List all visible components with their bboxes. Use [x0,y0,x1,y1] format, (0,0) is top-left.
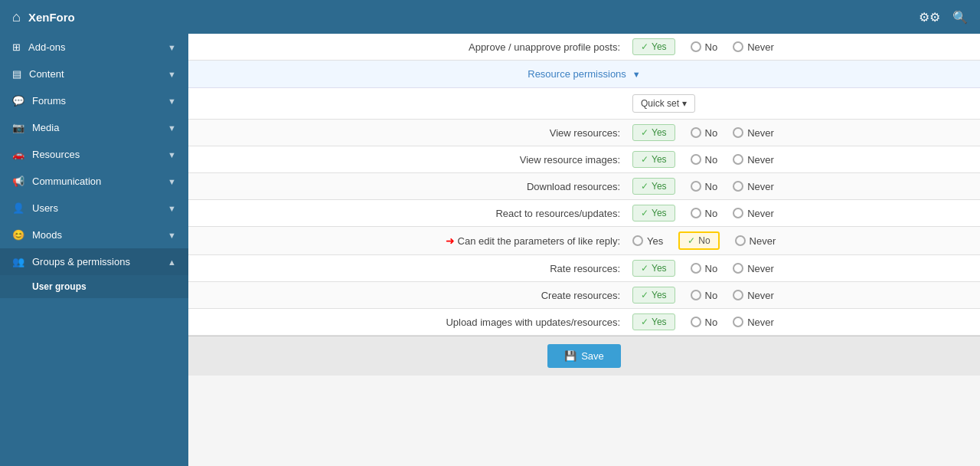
chevron-forums-icon: ▼ [168,97,176,106]
table-row-react-resources: React to resources/updates: ✓ Yes No Nev… [188,200,980,227]
sidebar-sub-groups: User groups [0,275,188,298]
save-label: Save [581,350,604,362]
upload-images-yes-btn[interactable]: ✓ Yes [632,313,675,330]
sidebar-item-communication[interactable]: 📢 Communication ▼ [0,168,188,195]
download-resources-yes-btn[interactable]: ✓ Yes [632,178,675,195]
sidebar-label-moods: Moods [32,229,62,241]
table-row-rate-resources: Rate resources: ✓ Yes No Never [188,255,980,282]
view-resource-images-label: View resource images: [188,146,632,173]
edit-like-reply-label: Can edit the parameters of like reply: [458,235,620,247]
approve-no-radio[interactable]: No [691,41,718,53]
chevron-communication-icon: ▼ [168,177,176,186]
view-resources-never-radio[interactable]: Never [733,127,774,139]
sidebar-item-users[interactable]: 👤 Users ▼ [0,195,188,222]
forums-icon: 💬 [12,95,24,107]
table-row-edit-like-reply: ➜ Can edit the parameters of like reply:… [188,227,980,255]
moods-icon: 😊 [12,229,24,241]
rate-resources-label: Rate resources: [188,255,632,282]
quick-set-dropdown-icon: ▾ [682,98,687,109]
table-row-view-resources: View resources: ✓ Yes No Never [188,120,980,146]
react-resources-no-radio[interactable]: No [691,208,718,219]
create-resources-label: Create resources: [188,282,632,309]
save-row: 💾 Save [188,336,980,376]
sidebar-item-media[interactable]: 📷 Media ▼ [0,114,188,141]
sidebar-label-media: Media [32,122,59,133]
resource-permissions-header[interactable]: Resource permissions ▼ [188,61,980,88]
sidebar-label-forums: Forums [32,95,66,107]
settings-icon[interactable]: ⚙⚙ [919,10,940,25]
download-resources-no-radio[interactable]: No [691,181,718,192]
react-resources-never-radio[interactable]: Never [733,208,774,219]
table-row-approve: Approve / unapprove profile posts: ✓ Yes… [188,34,980,61]
sidebar-item-forums[interactable]: 💬 Forums ▼ [0,87,188,114]
collapse-icon: ▼ [632,70,641,79]
sidebar-item-resources[interactable]: 🚗 Resources ▼ [0,141,188,168]
chevron-users-icon: ▼ [168,204,176,213]
sidebar-item-groups-permissions[interactable]: 👥 Groups & permissions ▲ [0,248,188,275]
view-resource-images-no-radio[interactable]: No [691,154,718,166]
view-resource-images-never-radio[interactable]: Never [733,154,774,166]
sidebar: ⊞ Add-ons ▼ ▤ Content ▼ 💬 Forums ▼ 📷 [0,34,188,466]
view-resources-label: View resources: [188,120,632,146]
home-icon[interactable]: ⌂ [12,9,21,25]
create-resources-no-radio[interactable]: No [691,290,718,301]
chevron-add-ons-icon: ▼ [168,43,176,52]
resource-permissions-label: Resource permissions [528,68,626,80]
resources-icon: 🚗 [12,149,24,160]
users-icon: 👤 [12,202,24,214]
search-icon[interactable]: 🔍 [952,10,968,25]
chevron-moods-icon: ▼ [168,231,176,240]
table-row-view-resource-images: View resource images: ✓ Yes No Never [188,146,980,173]
chevron-resources-icon: ▼ [168,150,176,159]
layout: ⊞ Add-ons ▼ ▤ Content ▼ 💬 Forums ▼ 📷 [0,34,980,466]
topbar: ⌂ XenForo ⚙⚙ 🔍 [0,0,980,34]
create-resources-never-radio[interactable]: Never [733,290,774,301]
view-resource-images-yes-btn[interactable]: ✓ Yes [632,151,675,168]
sidebar-label-groups: Groups & permissions [32,256,130,267]
brand-name: XenForo [28,11,75,24]
upload-images-no-radio[interactable]: No [691,317,718,328]
save-icon: 💾 [564,350,577,362]
user-groups-label: User groups [32,281,87,292]
chevron-media-icon: ▼ [168,123,176,133]
arrow-indicator-icon: ➜ [446,235,455,247]
save-button[interactable]: 💾 Save [547,344,621,368]
topbar-icons: ⚙⚙ 🔍 [919,10,968,25]
edit-like-reply-no-btn[interactable]: ✓ No [678,231,719,250]
sidebar-label-resources: Resources [32,149,80,160]
content-icon: ▤ [12,68,21,80]
upload-images-never-radio[interactable]: Never [733,317,774,328]
table-row-create-resources: Create resources: ✓ Yes No Never [188,282,980,309]
edit-like-reply-never-radio[interactable]: Never [735,235,776,247]
resource-permissions-header-row: Resource permissions ▼ [188,61,980,89]
react-resources-yes-btn[interactable]: ✓ Yes [632,205,675,222]
rate-resources-never-radio[interactable]: Never [733,263,774,274]
rate-resources-no-radio[interactable]: No [691,263,718,274]
groups-icon: 👥 [12,256,24,267]
view-resources-yes-btn[interactable]: ✓ Yes [632,124,675,141]
view-resources-no-radio[interactable]: No [691,127,718,139]
communication-icon: 📢 [12,176,24,187]
rate-resources-yes-btn[interactable]: ✓ Yes [632,260,675,277]
download-resources-label: Download resources: [188,173,632,200]
quick-set-button[interactable]: Quick set ▾ [632,94,695,113]
sidebar-item-content[interactable]: ▤ Content ▼ [0,61,188,87]
sidebar-sub-item-user-groups[interactable]: User groups [0,275,188,298]
approve-options: ✓ Yes No Never [632,34,980,61]
create-resources-yes-btn[interactable]: ✓ Yes [632,287,675,304]
topbar-left: ⌂ XenForo [12,9,75,25]
sidebar-label-add-ons: Add-ons [28,41,65,53]
approve-yes-btn[interactable]: ✓ Yes [632,38,675,55]
react-resources-label: React to resources/updates: [188,200,632,227]
add-ons-icon: ⊞ [12,41,21,53]
approve-label: Approve / unapprove profile posts: [188,34,632,61]
media-icon: 📷 [12,122,24,133]
sidebar-label-content: Content [29,68,64,80]
sidebar-item-add-ons[interactable]: ⊞ Add-ons ▼ [0,34,188,61]
download-resources-never-radio[interactable]: Never [733,181,774,192]
approve-never-radio[interactable]: Never [733,41,774,53]
sidebar-item-moods[interactable]: 😊 Moods ▼ [0,222,188,248]
permissions-table: Approve / unapprove profile posts: ✓ Yes… [188,34,980,376]
edit-like-reply-yes-radio[interactable]: Yes [632,235,663,247]
upload-images-label: Upload images with updates/resources: [188,309,632,336]
